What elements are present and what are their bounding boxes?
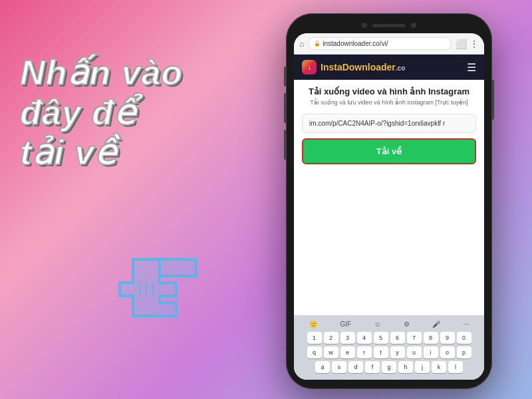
key-w[interactable]: w: [324, 346, 338, 358]
url-input-value: im.com/p/CAC2N4AIP-o/?igshid=1orxliavpkl…: [309, 120, 445, 127]
key-h[interactable]: h: [398, 361, 413, 373]
left-text-line2: đây để: [20, 93, 183, 133]
key-4[interactable]: 4: [357, 332, 372, 344]
background: Nhấn vào đây để tải về: [0, 0, 532, 399]
key-9[interactable]: 9: [440, 332, 455, 344]
emoji-key-more[interactable]: ···: [460, 319, 471, 329]
camera-dot-2: [411, 23, 416, 28]
key-u[interactable]: u: [407, 346, 422, 358]
key-g[interactable]: g: [382, 361, 396, 373]
hamburger-icon[interactable]: ☰: [467, 61, 476, 74]
key-e[interactable]: e: [340, 346, 355, 358]
key-j[interactable]: j: [415, 361, 430, 373]
key-s[interactable]: s: [332, 361, 346, 373]
logo-text-part2: Downloader: [342, 62, 396, 72]
keyboard-emoji-row: 🙂 GIF ☺ ⚙ 🎤 ···: [297, 319, 481, 329]
phone-side-button-right: [492, 80, 494, 120]
website-content: ↓ InstaDownloader.co ☰ Tải xuống video v…: [294, 55, 484, 380]
keyboard-asdf-row: a s d f g h j k l: [297, 361, 481, 373]
site-subtitle: Tải xuống và lưu video và hình ảnh insta…: [302, 99, 476, 107]
tabs-button[interactable]: ⬜: [456, 39, 467, 49]
key-l[interactable]: l: [448, 361, 463, 373]
key-7[interactable]: 7: [407, 332, 422, 344]
browser-actions: ⬜ ⋮: [456, 39, 479, 49]
phone-top-bar: [294, 21, 484, 29]
key-k[interactable]: k: [432, 361, 446, 373]
key-q[interactable]: q: [307, 346, 322, 358]
emoji-key-settings[interactable]: ⚙: [401, 319, 412, 329]
hand-pointer-icon: [73, 246, 206, 346]
url-input[interactable]: im.com/p/CAC2N4AIP-o/?igshid=1orxliavpkl…: [302, 114, 476, 133]
left-text: Nhấn vào đây để tải về: [20, 53, 183, 172]
url-text: instadownloader.co/vi/: [323, 40, 388, 47]
key-8[interactable]: 8: [424, 332, 438, 344]
key-6[interactable]: 6: [390, 332, 405, 344]
site-logo: ↓ InstaDownloader.co: [302, 60, 405, 74]
key-d[interactable]: d: [348, 361, 363, 373]
phone-body: ⌂ 🔒 instadownloader.co/vi/ ⬜ ⋮: [286, 13, 492, 389]
left-text-line3: tải về: [20, 133, 183, 173]
site-header: ↓ InstaDownloader.co ☰: [294, 55, 484, 80]
key-5[interactable]: 5: [374, 332, 388, 344]
key-r[interactable]: r: [357, 346, 372, 358]
key-o[interactable]: o: [440, 346, 455, 358]
key-1[interactable]: 1: [307, 332, 322, 344]
phone-side-button-left-3: [284, 130, 286, 160]
emoji-key-mic[interactable]: 🎤: [430, 319, 443, 329]
logo-text: InstaDownloader.co: [321, 62, 405, 72]
key-f[interactable]: f: [365, 361, 380, 373]
emoji-key-gif[interactable]: GIF: [337, 319, 354, 329]
key-3[interactable]: 3: [340, 332, 355, 344]
key-p[interactable]: p: [457, 346, 471, 358]
logo-tld: .co: [396, 65, 405, 72]
keyboard-qwerty-row: q w e r t y u i o p: [297, 346, 481, 358]
download-button-label: Tải về: [376, 146, 402, 156]
keyboard-number-row: 1 2 3 4 5 6 7 8 9 0: [297, 332, 481, 344]
logo-text-part1: Insta: [321, 62, 342, 72]
key-t[interactable]: t: [374, 346, 388, 358]
phone-side-button-left-2: [284, 93, 286, 123]
left-text-line1: Nhấn vào: [20, 53, 183, 93]
phone-device: ⌂ 🔒 instadownloader.co/vi/ ⬜ ⋮: [286, 13, 492, 389]
camera-dot: [362, 23, 367, 28]
browser-bar: ⌂ 🔒 instadownloader.co/vi/ ⬜ ⋮: [294, 33, 484, 55]
emoji-key-sticker[interactable]: ☺: [371, 319, 383, 329]
menu-button[interactable]: ⋮: [469, 39, 479, 49]
lock-icon: 🔒: [314, 41, 321, 47]
key-2[interactable]: 2: [324, 332, 338, 344]
phone-side-button-left-1: [284, 66, 286, 86]
key-a[interactable]: a: [315, 361, 330, 373]
phone-screen: ⌂ 🔒 instadownloader.co/vi/ ⬜ ⋮: [294, 33, 484, 380]
key-i[interactable]: i: [424, 346, 438, 358]
logo-icon: ↓: [302, 60, 317, 74]
speaker-bar: [372, 24, 406, 27]
on-screen-keyboard: 🙂 GIF ☺ ⚙ 🎤 ··· 1 2 3 4: [294, 315, 484, 380]
site-title: Tải xuống video và hình ảnh Instagram: [302, 86, 476, 96]
emoji-key-smiley[interactable]: 🙂: [307, 319, 320, 329]
site-body: Tải xuống video và hình ảnh Instagram Tả…: [294, 80, 484, 315]
key-0[interactable]: 0: [457, 332, 471, 344]
download-button[interactable]: Tải về: [302, 138, 476, 164]
home-icon[interactable]: ⌂: [299, 39, 304, 49]
browser-url-bar[interactable]: 🔒 instadownloader.co/vi/: [308, 37, 452, 50]
key-y[interactable]: y: [390, 346, 405, 358]
